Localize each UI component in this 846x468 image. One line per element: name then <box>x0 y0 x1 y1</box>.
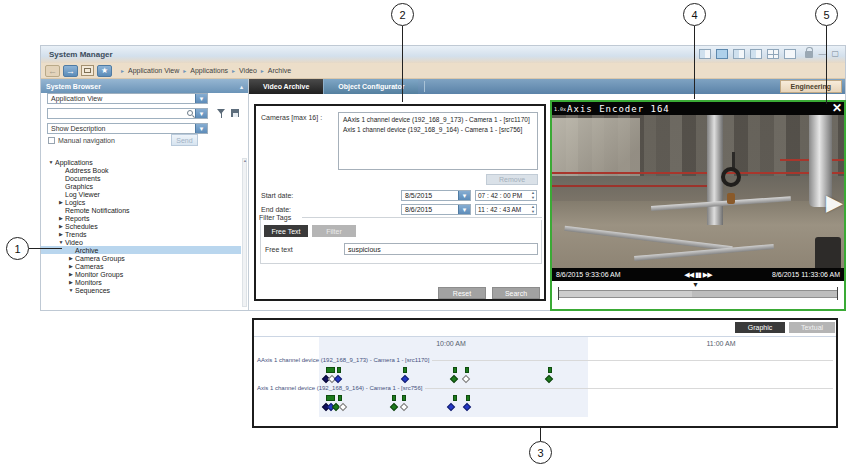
save-icon[interactable] <box>231 109 239 117</box>
layout-split-icon[interactable] <box>733 49 745 59</box>
collapse-icon[interactable]: ▴ <box>240 83 243 90</box>
tree-down-arrow-icon[interactable]: ▼ <box>57 239 65 245</box>
tree-right-arrow-icon[interactable]: ▶ <box>67 271 75 277</box>
filter-funnel-icon[interactable] <box>217 109 226 118</box>
end-time-field[interactable]: 11 : 42 : 43 AM ▲▼ <box>475 204 537 215</box>
tree-right-arrow-icon[interactable]: ▶ <box>57 223 65 229</box>
filter-tab[interactable]: Filter <box>312 225 356 237</box>
recording-segment[interactable] <box>403 367 407 373</box>
recording-segment[interactable] <box>465 367 469 373</box>
engineering-mode-button[interactable]: Engineering <box>780 80 842 93</box>
recording-segment[interactable] <box>326 367 335 373</box>
back-button[interactable]: ← <box>45 65 60 77</box>
graphic-view-button[interactable]: Graphic <box>735 322 785 333</box>
fast-forward-icon[interactable]: ▶▶ <box>703 271 712 279</box>
recording-segment[interactable] <box>326 395 335 401</box>
recording-segment[interactable] <box>453 367 457 373</box>
close-icon[interactable]: ✕ <box>832 102 842 115</box>
start-date-field[interactable]: 8/5/2015 ▼ <box>401 190 471 201</box>
textual-view-button[interactable]: Textual <box>789 322 835 333</box>
seek-slider[interactable] <box>558 290 838 298</box>
search-dropdown-icon[interactable]: ▼ <box>195 109 207 118</box>
tree-right-arrow-icon[interactable]: ▶ <box>57 215 65 221</box>
maximize-icon[interactable]: ▢ <box>831 50 839 58</box>
breadcrumb-arrow-icon: ▸ <box>121 67 124 74</box>
window-list-button[interactable] <box>81 65 94 76</box>
slider-position-icon[interactable]: ▼ <box>692 281 699 288</box>
tree-item-schedules[interactable]: ▶Schedules <box>41 222 241 230</box>
recording-segment[interactable] <box>548 367 552 373</box>
end-time-value: 11 : 42 : 43 AM <box>478 206 521 213</box>
calendar-dropdown-icon[interactable]: ▼ <box>458 205 470 214</box>
tree-item-reports[interactable]: ▶Reports <box>41 214 241 222</box>
rewind-icon[interactable]: ◀◀ <box>684 271 693 279</box>
tree-item-log-viewer[interactable]: Log Viewer <box>41 190 241 198</box>
tree-right-arrow-icon[interactable]: ▶ <box>67 255 75 261</box>
layout-wide-icon[interactable] <box>750 49 762 59</box>
tree-item-applications[interactable]: ▼Applications <box>41 158 241 166</box>
tree-item-logics[interactable]: ▶Logics <box>41 198 241 206</box>
tree-item-cameras[interactable]: ▶Cameras <box>41 262 241 270</box>
tree-right-arrow-icon[interactable]: ▶ <box>57 199 65 205</box>
tree-down-arrow-icon[interactable]: ▼ <box>67 287 75 293</box>
forward-button[interactable]: → <box>63 65 78 77</box>
tree-item-trends[interactable]: ▶Trends <box>41 230 241 238</box>
reset-button[interactable]: Reset <box>438 287 486 299</box>
layout-quad-icon[interactable] <box>767 49 779 59</box>
breadcrumb-item[interactable]: Archive <box>268 67 291 74</box>
chevron-down-icon[interactable]: ▼ <box>195 94 207 103</box>
layout-single-icon[interactable] <box>716 49 728 59</box>
monitor-export-icon[interactable] <box>699 49 711 59</box>
tree-scrollbar[interactable]: ▲ <box>242 158 247 307</box>
tree-item-remote-notifications[interactable]: Remote Notifications <box>41 206 241 214</box>
tree-item-video[interactable]: ▼Video <box>41 238 241 246</box>
tree-down-arrow-icon[interactable]: ▼ <box>47 159 55 165</box>
tree-item-graphics[interactable]: Graphics <box>41 182 241 190</box>
breadcrumb-item[interactable]: Applications <box>190 67 228 74</box>
tab-video-archive[interactable]: Video Archive <box>249 79 323 94</box>
play-icon[interactable]: ▶ <box>826 192 843 214</box>
tree-right-arrow-icon[interactable]: ▶ <box>67 279 75 285</box>
recording-segment[interactable] <box>337 367 341 373</box>
recording-segment[interactable] <box>453 395 457 401</box>
chevron-down-icon[interactable]: ▼ <box>195 124 207 133</box>
tree-right-arrow-icon[interactable]: ▶ <box>57 231 65 237</box>
recording-segment[interactable] <box>402 395 406 401</box>
camera-listbox[interactable]: AAxis 1 channel device (192_168_9_173) -… <box>338 112 538 170</box>
tree-right-arrow-icon[interactable]: ▶ <box>67 263 75 269</box>
tree-item-address-book[interactable]: Address Book <box>41 166 241 174</box>
camera-list-item[interactable]: AAxis 1 channel device (192_168_9_173) -… <box>339 113 537 123</box>
layout-blank-icon[interactable] <box>784 49 796 59</box>
breadcrumb-item[interactable]: Application View <box>128 67 179 74</box>
tree-item-monitor-groups[interactable]: ▶Monitor Groups <box>41 270 241 278</box>
calendar-dropdown-icon[interactable]: ▼ <box>458 191 470 200</box>
remove-button[interactable]: Remove <box>486 174 538 185</box>
tree-item-documents[interactable]: Documents <box>41 174 241 182</box>
time-spinner-icon[interactable]: ▲▼ <box>531 191 535 200</box>
tab-object-configurator[interactable]: Object Configurator <box>323 79 418 94</box>
time-spinner-icon[interactable]: ▲▼ <box>531 205 535 214</box>
favorites-star-button[interactable]: ★ <box>97 65 112 77</box>
tree-item-monitors[interactable]: ▶Monitors <box>41 278 241 286</box>
description-selector-value: Show Description <box>51 125 105 132</box>
start-time-field[interactable]: 07 : 42 : 00 PM ▲▼ <box>475 190 537 201</box>
end-date-field[interactable]: 8/6/2015 ▼ <box>401 204 471 215</box>
tree-item-camera-groups[interactable]: ▶Camera Groups <box>41 254 241 262</box>
recording-segment[interactable] <box>392 395 396 401</box>
recording-segment[interactable] <box>466 395 470 401</box>
tree-item-archive[interactable]: Archive <box>41 246 241 254</box>
free-text-tab[interactable]: Free Text <box>264 225 308 237</box>
description-selector[interactable]: Show Description ▼ <box>47 123 208 134</box>
camera-list-item[interactable]: Axis 1 channel device (192_168_9_164) - … <box>339 123 537 133</box>
tree-item-sequences[interactable]: ▼Sequences <box>41 286 241 294</box>
search-input[interactable] <box>48 109 180 118</box>
search-button[interactable]: Search <box>492 287 540 299</box>
free-text-input[interactable] <box>344 243 538 255</box>
pause-icon[interactable]: ▮▮ <box>695 271 701 279</box>
send-button[interactable]: Send <box>171 134 198 146</box>
breadcrumb-item[interactable]: Video <box>239 67 257 74</box>
recording-segment[interactable] <box>338 395 342 401</box>
lock-icon[interactable] <box>805 51 813 58</box>
view-selector[interactable]: Application View ▼ <box>47 93 208 104</box>
manual-navigation-checkbox[interactable] <box>48 137 55 144</box>
